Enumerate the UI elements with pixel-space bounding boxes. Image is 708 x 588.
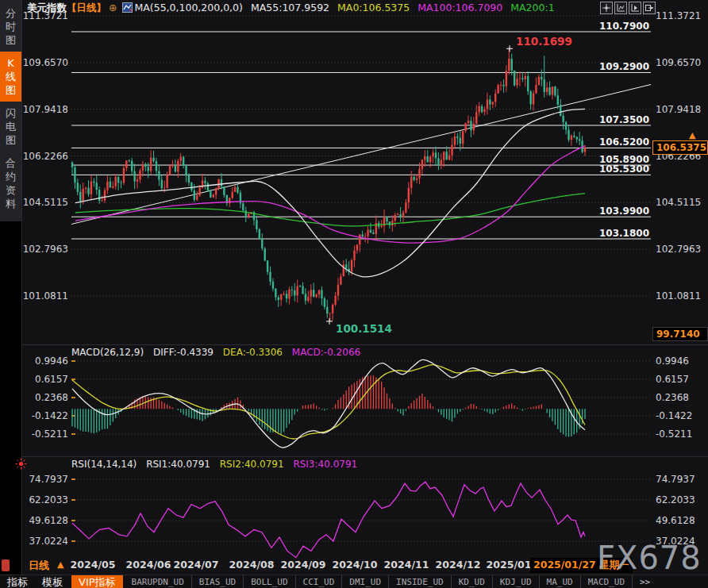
left-sidebar: 分时图 K线图 闪电图 合约资料 [0, 0, 22, 588]
svg-text:-0.5211: -0.5211 [32, 429, 68, 440]
svg-text:110.7900: 110.7900 [599, 21, 649, 32]
date-tick-label: 2024/09 [281, 559, 326, 571]
svg-text:-0.1422: -0.1422 [32, 410, 68, 421]
svg-text:74.7937: 74.7937 [656, 474, 695, 485]
toolbar-tab[interactable]: MA_UD [540, 575, 581, 588]
macd-diff-value: DIFF:-0.4339 [153, 347, 214, 358]
date-tick-label: 2025/01 [487, 559, 532, 571]
toolbar-tab[interactable]: INSIDE_UD [389, 575, 452, 588]
ma0-value: MA0:106.5375 [337, 2, 410, 13]
svg-text:104.5115: 104.5115 [656, 197, 701, 208]
toolbar-tab[interactable]: 指标 [0, 575, 35, 588]
toolbar-tab[interactable]: MACD_UD [581, 575, 633, 588]
date-tick-label: 2024/10 [333, 559, 378, 571]
rsi-title: RSI(14,14,14) [71, 459, 137, 470]
svg-text:0.2368: 0.2368 [656, 392, 689, 403]
toolbar-tab[interactable]: KD_UD [452, 575, 493, 588]
svg-text:74.7937: 74.7937 [29, 474, 68, 485]
pane-low-badge: 99.7140 [652, 327, 708, 341]
toolbar-tab[interactable]: BARUPDN_UD [125, 575, 192, 588]
rsi-header: RSI(14,14,14) RSI1:40.0791 RSI2:40.0791 … [71, 459, 364, 470]
current-price-badge: 106.5375 [652, 140, 708, 155]
svg-text:62.2033: 62.2033 [656, 494, 695, 505]
toolbar-tab[interactable]: 模板 [35, 575, 70, 588]
rsi1-value: RSI1:40.0791 [146, 459, 210, 470]
date-tick-label: 2024/11 [384, 559, 429, 571]
ma100-value: MA100:106.7090 [417, 2, 502, 13]
svg-text:101.0811: 101.0811 [23, 290, 68, 302]
svg-text:103.9900: 103.9900 [599, 206, 649, 217]
sidebar-tab-lightning-chart[interactable]: 闪电图 [0, 102, 21, 152]
ma55-value: MA55:107.9592 [251, 2, 329, 13]
svg-text:0.9946: 0.9946 [35, 355, 68, 367]
macd-title: MACD(26,12,9) [71, 347, 144, 358]
date-tick-label: 2024/08 [229, 559, 275, 571]
toolbar-tab[interactable]: VIP指标 [71, 575, 123, 588]
svg-text:100.1514: 100.1514 [336, 322, 392, 335]
svg-text:37.0224: 37.0224 [29, 536, 68, 547]
toolbar-tab[interactable]: KDJ_UD [493, 575, 540, 588]
svg-text:102.7963: 102.7963 [656, 244, 701, 255]
indicator-settings-icon[interactable] [122, 2, 133, 15]
toolbar-tab[interactable]: CCI_UD [296, 575, 343, 588]
svg-text:110.1699: 110.1699 [516, 35, 572, 48]
svg-text:109.6570: 109.6570 [23, 57, 68, 68]
svg-text:62.2033: 62.2033 [29, 494, 68, 505]
toolbar-more-button[interactable]: >> [633, 575, 657, 588]
period-up-arrow-icon: ▲ [57, 559, 63, 570]
svg-text:101.0811: 101.0811 [656, 290, 701, 302]
ma200-value: MA200:1 [510, 2, 554, 13]
sidebar-tab-time-chart[interactable]: 分时图 [0, 2, 21, 52]
svg-text:49.6128: 49.6128 [656, 515, 695, 526]
date-tick-label: 2024/07 [174, 559, 219, 571]
macd-header: MACD(26,12,9) DIFF:-0.4339 DEA:-0.3306 M… [71, 347, 367, 358]
svg-text:107.9418: 107.9418 [656, 104, 701, 115]
rsi2-value: RSI2:40.0791 [220, 459, 284, 470]
svg-text:0.9946: 0.9946 [656, 355, 689, 367]
trading-app-window: 111.3721111.3721109.6570109.6570107.9418… [0, 0, 708, 588]
toolbar-tab[interactable]: DMI_UD [342, 575, 389, 588]
price-up-arrow-icon: ▲ [689, 130, 695, 140]
period-tag: 【日线】 [67, 2, 106, 13]
toolbar-tab[interactable]: BOLL_UD [244, 575, 295, 588]
svg-text:107.9418: 107.9418 [23, 104, 68, 115]
svg-text:106.5200: 106.5200 [599, 136, 649, 148]
pane-exit-icon[interactable] [643, 2, 656, 14]
svg-text:49.6128: 49.6128 [29, 515, 68, 526]
sidebar-tab-kline-chart[interactable]: K线图 [0, 52, 21, 102]
svg-text:102.7963: 102.7963 [23, 244, 68, 255]
svg-text:0.6157: 0.6157 [35, 374, 68, 385]
svg-text:-0.1422: -0.1422 [656, 410, 692, 421]
svg-text:109.6570: 109.6570 [656, 57, 701, 68]
svg-text:0.2368: 0.2368 [35, 392, 68, 403]
left-axis-chart-icon[interactable] [614, 2, 627, 14]
svg-text:105.5300: 105.5300 [599, 163, 649, 175]
right-axis-chart-icon[interactable] [629, 2, 641, 14]
pane-control-icons [600, 2, 656, 14]
svg-text:109.2900: 109.2900 [599, 61, 649, 72]
symbol-name: 美元指数 [27, 2, 67, 13]
svg-text:107.3500: 107.3500 [599, 114, 649, 125]
chart-header: 美元指数【日线】⊕MA(55,0,100,200,0,0)MA55:107.95… [27, 2, 555, 14]
svg-text:0.6157: 0.6157 [656, 374, 689, 385]
ma-settings-label: MA(55,0,100,200,0,0) [134, 2, 242, 13]
record-icon[interactable] [2, 559, 10, 571]
toolbar-tab[interactable]: BIAS_UD [192, 575, 244, 588]
add-overlay-icon[interactable]: ⊕ [109, 2, 117, 13]
period-selector[interactable]: 日线 [29, 559, 49, 573]
svg-text:111.3721: 111.3721 [656, 10, 701, 21]
svg-text:104.5115: 104.5115 [23, 197, 68, 208]
svg-text:103.1800: 103.1800 [599, 228, 649, 239]
date-tick-label: 2024/12 [436, 559, 481, 571]
date-tick-label: 2024/06 [126, 559, 171, 571]
svg-text:-0.5211: -0.5211 [656, 429, 692, 440]
indicator-toolbar: 指标模板VIP指标BARUPDN_UDBIAS_UDBOLL_UDCCI_UDD… [0, 575, 708, 588]
rsi3-value: RSI3:40.0791 [293, 459, 357, 470]
macd-dea-value: DEA:-0.3306 [223, 347, 283, 358]
crosshair-move-icon[interactable] [600, 2, 613, 14]
alert-sun-icon[interactable] [15, 458, 27, 473]
watermark: FX678 [597, 540, 702, 576]
sidebar-tab-contract-info[interactable]: 合约资料 [0, 152, 21, 215]
svg-text:106.2266: 106.2266 [23, 151, 68, 162]
chart-canvas[interactable]: 111.3721111.3721109.6570109.6570107.9418… [0, 0, 708, 588]
